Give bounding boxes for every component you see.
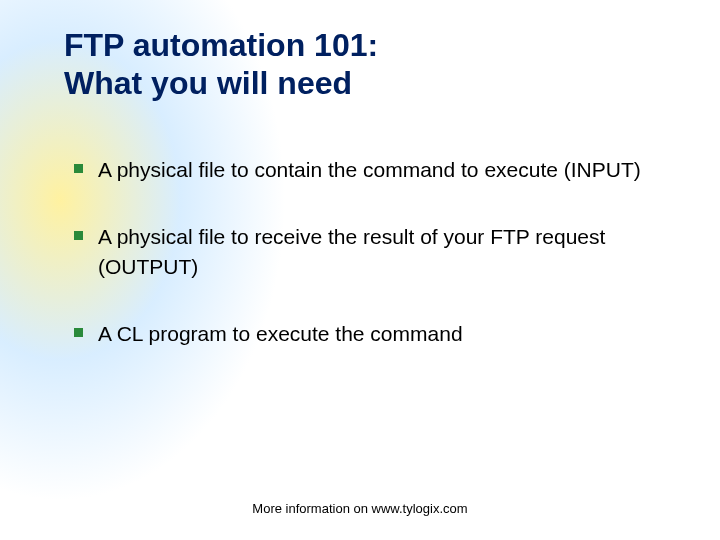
list-item: A CL program to execute the command: [64, 319, 660, 348]
title-line-2: What you will need: [64, 65, 352, 101]
title-line-1: FTP automation 101:: [64, 27, 378, 63]
bullet-text: A CL program to execute the command: [98, 322, 463, 345]
square-bullet-icon: [74, 328, 83, 337]
slide-container: FTP automation 101: What you will need A…: [0, 0, 720, 540]
slide-title: FTP automation 101: What you will need: [64, 26, 660, 103]
bullet-text: A physical file to receive the result of…: [98, 225, 605, 277]
bullet-text: A physical file to contain the command t…: [98, 158, 641, 181]
square-bullet-icon: [74, 231, 83, 240]
list-item: A physical file to contain the command t…: [64, 155, 660, 184]
square-bullet-icon: [74, 164, 83, 173]
slide-footer: More information on www.tylogix.com: [0, 501, 720, 516]
list-item: A physical file to receive the result of…: [64, 222, 660, 281]
bullet-list: A physical file to contain the command t…: [64, 155, 660, 349]
